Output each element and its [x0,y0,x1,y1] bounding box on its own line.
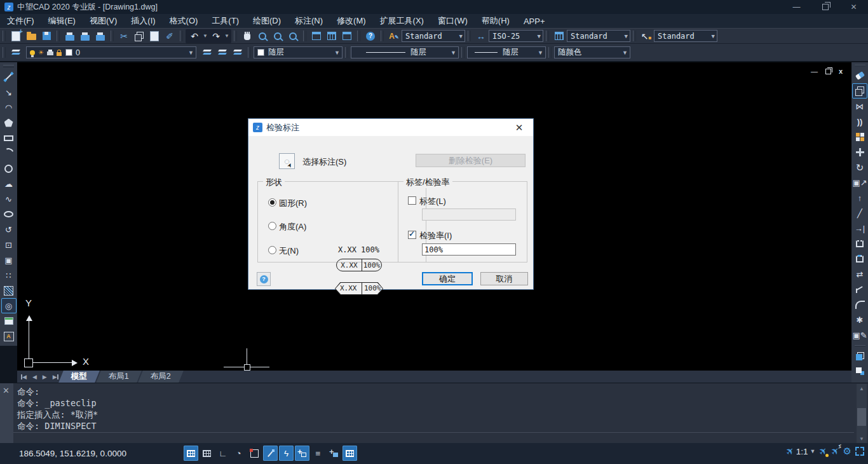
edit-polyline-button[interactable]: ▣✎ [852,327,867,343]
command-scrollbar[interactable]: ▲ ▼ [857,384,867,443]
settings-button[interactable]: ⚙ [843,446,851,457]
pan-button[interactable] [240,29,255,43]
erase-button[interactable] [852,68,867,83]
grid-toggle[interactable] [184,446,198,461]
linetype-combo[interactable]: 随层 ▼ [351,46,459,58]
paste-button[interactable] [147,29,162,43]
properties-palette-button[interactable] [309,29,324,43]
doc-close-button[interactable]: x [839,67,843,75]
fullscreen-button[interactable] [855,447,864,456]
otrack-toggle[interactable]: ϟ [279,446,294,461]
scroll-up-icon[interactable]: ▲ [857,384,867,393]
table-style-combo[interactable]: Standard ▼ [567,30,630,42]
osnap-toggle[interactable] [263,446,278,461]
lineweight-combo[interactable]: 随层 ▼ [467,46,546,58]
annotation-visibility-toggle[interactable]: ✈ [819,446,827,457]
ok-button[interactable]: 确定 [422,272,473,285]
rate-checkbox-label[interactable]: 检验率(I) [419,230,452,242]
undo-dropdown[interactable]: ▼ [202,29,208,43]
join-button[interactable]: ⇄ [852,266,867,282]
text-style-icon-button[interactable]: A✎ [386,29,402,43]
doc-minimize-button[interactable]: — [811,67,818,75]
shape-angular-radio[interactable] [268,222,276,230]
select-dimension-button[interactable]: ◌➤ [279,153,295,169]
menu-window[interactable]: 窗口(W) [431,14,475,28]
layer-states-button[interactable] [200,46,215,60]
command-close-icon[interactable]: ✕ [3,386,10,395]
draw-ellipse-button[interactable] [1,207,17,222]
command-input-line[interactable] [13,432,854,444]
scrollbar-thumb[interactable] [857,408,866,426]
menu-express[interactable]: 扩展工具(X) [373,14,431,28]
array-button[interactable] [852,129,867,144]
redo-button[interactable]: ↷ [208,29,224,43]
first-tab-button[interactable]: ◀ [21,374,27,380]
draw-line-button[interactable] [1,69,17,85]
dialog-title-bar[interactable]: z 检验标注 ✕ [248,119,533,136]
tab-model[interactable]: 模型 [61,371,97,383]
lineweight-toggle[interactable]: ≡ [311,446,325,461]
draw-ray-button[interactable]: ↘ [1,85,17,100]
draw-polyline-button[interactable]: ◠ [1,100,17,115]
design-center-button[interactable] [324,29,339,43]
zoom-realtime-button[interactable] [255,29,270,43]
table-style-icon-button[interactable] [552,29,567,43]
draw-rectangle-button[interactable] [1,130,17,146]
draw-polygon-button[interactable] [1,115,17,130]
shape-round-label[interactable]: 圆形(R) [279,198,307,209]
hatch-button[interactable] [1,283,17,298]
dim-style-icon-button[interactable]: ↔ [473,29,489,43]
copy-button[interactable] [852,83,867,99]
menu-format[interactable]: 格式(O) [163,14,205,28]
dynamic-ucs-toggle[interactable] [327,446,341,461]
draw-spline-button[interactable]: ∿ [1,191,17,207]
mleader-style-icon-button[interactable]: ↖■ [639,29,654,43]
osnap-settings-toggle[interactable] [247,446,262,461]
print-button[interactable] [62,29,78,43]
move-button[interactable] [852,144,867,160]
menu-dimension[interactable]: 标注(N) [288,14,330,28]
help-button[interactable]: ? [363,29,378,43]
dialog-close-button[interactable]: ✕ [510,122,529,133]
make-object-layer-current-button[interactable] [215,46,230,60]
doc-restore-button[interactable] [825,69,831,74]
minimize-button[interactable]: — [782,0,811,14]
menu-modify[interactable]: 修改(M) [330,14,373,28]
dialog-help-button[interactable]: ? [257,272,271,286]
prev-tab-button[interactable]: ◀ [32,374,37,380]
tab-layout2[interactable]: 布局2 [140,371,181,383]
last-tab-button[interactable]: ▶ [53,374,58,380]
menu-view[interactable]: 视图(V) [83,14,124,28]
bring-to-front-button[interactable] [852,348,867,364]
print-preview-button[interactable] [78,29,93,43]
explode-button[interactable]: ✱ [852,312,867,327]
trim-button[interactable]: ╱ [852,205,867,221]
shape-none-label[interactable]: 无(N) [279,245,299,257]
menu-file[interactable]: 文件(F) [0,14,41,28]
redo-dropdown[interactable]: ▼ [224,29,230,43]
text-style-combo[interactable]: Standard ▼ [402,30,465,42]
menu-edit[interactable]: 编辑(E) [41,14,83,28]
fillet-button[interactable] [852,297,867,312]
stretch-button[interactable]: ↑ [852,190,867,205]
rate-input[interactable] [422,243,516,256]
tab-layout1[interactable]: 布局1 [98,371,139,383]
cut-button[interactable]: ✂ [116,29,132,43]
mtext-button[interactable]: A [1,329,17,344]
mirror-button[interactable]: ⋈ [852,99,867,114]
layer-previous-button[interactable] [230,46,245,60]
cancel-button[interactable]: 取消 [480,272,528,285]
menu-draw[interactable]: 绘图(D) [246,14,288,28]
offset-button[interactable]: )) [852,114,867,129]
mleader-style-combo[interactable]: Standard ▼ [654,30,717,42]
annotation-monitor-toggle[interactable] [342,446,357,461]
menu-app-plus[interactable]: APP+ [517,14,552,28]
break-button[interactable] [852,251,867,266]
layers-manager-button[interactable] [8,46,24,60]
rotate-button[interactable]: ↻ [852,160,867,175]
draw-point-button[interactable]: ∷ [1,268,17,283]
command-panel-grip[interactable]: ✕ [0,383,13,443]
plot-button[interactable] [93,29,108,43]
rate-checkbox[interactable] [408,231,416,239]
plot-style-combo[interactable]: 随颜色 ▼ [554,46,630,58]
